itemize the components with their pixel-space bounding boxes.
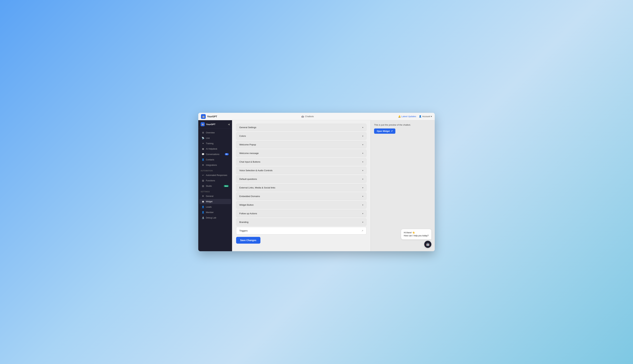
sidebar-item-conversations[interactable]: 💬 Conversations 9+ bbox=[199, 152, 231, 157]
accordion-follow-up-actions: Follow up Actions ▾ bbox=[236, 210, 366, 217]
accordion-header-external-links[interactable]: External Links, Media & Social links ▾ bbox=[236, 184, 366, 191]
sidebar-label-debug-lab: Debug Lab bbox=[206, 216, 216, 219]
open-widget-button[interactable]: Open Widget ↗ bbox=[374, 128, 395, 134]
sidebar-label-training: Training bbox=[206, 142, 214, 145]
sidebar-item-live[interactable]: 📡 Live bbox=[199, 136, 231, 141]
accordion-welcome-message: Welcome message ▾ bbox=[236, 150, 366, 157]
accordion-header-follow-up-actions[interactable]: Follow up Actions ▾ bbox=[236, 210, 366, 217]
overview-icon: ⊞ bbox=[202, 131, 204, 134]
chat-bot-avatar[interactable]: 🤖 bbox=[424, 241, 431, 248]
content-area: General Settings ▾ Colors ▾ Welcome Popu… bbox=[232, 120, 435, 251]
sidebar-brand-label: YourGPT bbox=[206, 123, 215, 126]
accordion-triggers: Triggers ↗ bbox=[236, 227, 366, 234]
accordion-header-general-settings[interactable]: General Settings ▾ bbox=[236, 124, 366, 131]
sidebar-label-contacts: Contacts bbox=[206, 158, 214, 161]
accordion-header-default-questions[interactable]: Default questions ▾ bbox=[236, 176, 366, 183]
sidebar-label-member: Member bbox=[206, 211, 214, 214]
preview-bottom: Hi there! 👋How can I help you today? 🤖 bbox=[401, 229, 431, 248]
app-name: YourGPT bbox=[207, 115, 217, 118]
accordion-header-welcome-popup[interactable]: Welcome Popup ▾ bbox=[236, 141, 366, 148]
accordion-label-voice-selection: Voice Selection & Audio Controls bbox=[239, 169, 273, 172]
accordion-header-triggers[interactable]: Triggers ↗ bbox=[236, 227, 366, 234]
automation-section-label: Automation bbox=[198, 168, 232, 172]
accordion-label-widget-button: Widget Button bbox=[239, 204, 254, 206]
accordion-label-triggers: Triggers bbox=[239, 230, 248, 232]
sidebar-item-automated-responses[interactable]: ↩ Automated Responses bbox=[199, 172, 231, 178]
chatbots-icon: 🤖 bbox=[301, 115, 304, 118]
preview-chat-area: Hi there! 👋How can I help you today? 🤖 bbox=[374, 136, 431, 248]
chevron-embedded-domains: ▾ bbox=[362, 195, 363, 198]
chevron-welcome-message: ▾ bbox=[362, 152, 363, 154]
accordion-label-follow-up-actions: Follow up Actions bbox=[239, 212, 257, 215]
sidebar-item-overview[interactable]: ⊞ Overview bbox=[199, 130, 231, 135]
sidebar-label-functions: Functions bbox=[206, 180, 215, 182]
accordion-label-chat-input-buttons: Chat Input & Buttons bbox=[239, 160, 260, 163]
sidebar-item-ai-helpdesk[interactable]: ▣ AI Helpdesk bbox=[199, 146, 231, 152]
accordion-header-branding[interactable]: Branding ▾ bbox=[236, 218, 366, 226]
sidebar-collapse-icon[interactable]: ◀ bbox=[228, 123, 230, 126]
sidebar-item-member[interactable]: 👤 Member bbox=[199, 210, 231, 215]
sidebar-item-integrations[interactable]: ⚙ Integrations bbox=[199, 162, 231, 168]
sidebar-label-studio: Studio bbox=[206, 185, 212, 187]
accordion-header-widget-button[interactable]: Widget Button ▾ bbox=[236, 201, 366, 208]
training-icon: ✦ bbox=[202, 142, 204, 145]
save-changes-button[interactable]: Save Changes bbox=[236, 237, 260, 244]
sidebar-item-general[interactable]: ⚙ General bbox=[199, 194, 231, 199]
sidebar: 🤖 YourGPT ◀ ⊞ Overview 📡 Live ✦ Training bbox=[198, 120, 232, 251]
sidebar-item-contacts[interactable]: 👤 Contacts bbox=[199, 157, 231, 162]
chevron-branding: ▾ bbox=[362, 221, 363, 223]
accordion-header-voice-selection[interactable]: Voice Selection & Audio Controls ▾ bbox=[236, 167, 366, 174]
sidebar-item-studio[interactable]: ▤ Studio New bbox=[199, 183, 231, 188]
accordion-embedded-domains: Embedded Domains ▾ bbox=[236, 192, 366, 200]
settings-section-label: Settings bbox=[198, 189, 232, 193]
settings-panel: General Settings ▾ Colors ▾ Welcome Popu… bbox=[232, 120, 371, 251]
titlebar-left: 🤖 YourGPT bbox=[201, 114, 217, 119]
sidebar-item-training[interactable]: ✦ Training bbox=[199, 141, 231, 146]
chevron-follow-up-actions: ▾ bbox=[362, 212, 363, 215]
sidebar-brand: 🤖 YourGPT bbox=[201, 122, 215, 126]
accordion-header-embedded-domains[interactable]: Embedded Domains ▾ bbox=[236, 193, 366, 200]
accordion-chat-input-buttons: Chat Input & Buttons ▾ bbox=[236, 158, 366, 166]
sidebar-brand-icon: 🤖 bbox=[201, 122, 205, 126]
widget-icon: ▣ bbox=[202, 200, 204, 203]
contacts-icon: 👤 bbox=[202, 158, 204, 161]
accordion-header-welcome-message[interactable]: Welcome message ▾ bbox=[236, 150, 366, 157]
functions-icon: ▨ bbox=[202, 179, 204, 182]
user-icon: 👤 bbox=[419, 115, 422, 118]
chevron-default-questions: ▾ bbox=[362, 178, 363, 180]
chevron-colors: ▾ bbox=[362, 135, 363, 137]
sidebar-label-live: Live bbox=[206, 137, 210, 139]
account-button[interactable]: 👤 Account ▾ bbox=[419, 115, 432, 118]
accordion-label-general-settings: General Settings bbox=[239, 126, 256, 129]
titlebar: 🤖 YourGPT 🤖 Chatbots 🔔 Latest Updates 👤 … bbox=[198, 113, 435, 120]
open-widget-label: Open Widget bbox=[377, 130, 390, 132]
app-logo-icon: 🤖 bbox=[201, 114, 206, 119]
leads-icon: 👤 bbox=[202, 206, 204, 208]
latest-updates-label: Latest Updates bbox=[401, 115, 416, 118]
sidebar-header: 🤖 YourGPT ◀ bbox=[198, 120, 232, 128]
chevron-external-links: ▾ bbox=[362, 186, 363, 189]
studio-icon: ▤ bbox=[202, 185, 204, 187]
app-window: 🤖 YourGPT 🤖 Chatbots 🔔 Latest Updates 👤 … bbox=[198, 113, 435, 251]
sidebar-item-widget[interactable]: ▣ Widget bbox=[199, 199, 231, 204]
accordion-header-chat-input-buttons[interactable]: Chat Input & Buttons ▾ bbox=[236, 158, 366, 166]
accordion-header-colors[interactable]: Colors ▾ bbox=[236, 132, 366, 140]
accordion-label-welcome-message: Welcome message bbox=[239, 152, 259, 154]
accordion-label-branding: Branding bbox=[239, 221, 248, 223]
accordion-default-questions: Default questions ▾ bbox=[236, 175, 366, 183]
titlebar-right: 🔔 Latest Updates 👤 Account ▾ bbox=[398, 115, 432, 118]
accordion-label-embedded-domains: Embedded Domains bbox=[239, 195, 260, 198]
sidebar-label-overview: Overview bbox=[206, 132, 215, 134]
sidebar-item-leads[interactable]: 👤 Leads bbox=[199, 204, 231, 210]
sidebar-label-conversations: Conversations bbox=[206, 153, 219, 156]
sidebar-item-debug-lab[interactable]: 🔬 Debug Lab bbox=[199, 215, 231, 220]
sidebar-item-functions[interactable]: ▨ Functions bbox=[199, 178, 231, 183]
sidebar-label-automated-responses: Automated Responses bbox=[206, 174, 227, 176]
external-link-icon: ↗ bbox=[391, 130, 393, 132]
chevron-voice-selection: ▾ bbox=[362, 169, 363, 172]
preview-panel: This is just the preview of the chatbot.… bbox=[371, 120, 435, 251]
accordion-voice-selection: Voice Selection & Audio Controls ▾ bbox=[236, 167, 366, 174]
accordion-label-colors: Colors bbox=[239, 135, 246, 137]
ai-helpdesk-icon: ▣ bbox=[202, 148, 204, 150]
latest-updates-button[interactable]: 🔔 Latest Updates bbox=[398, 115, 416, 118]
